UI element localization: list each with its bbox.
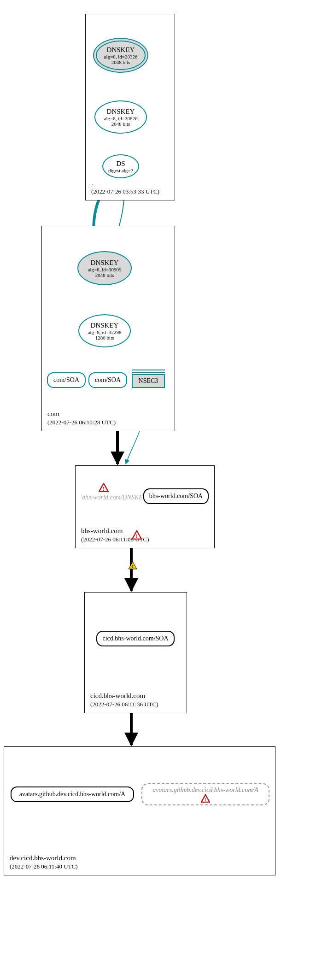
svg-text:!: !	[132, 563, 134, 569]
node-nsec3: NSEC3	[132, 374, 165, 388]
zone-timestamp: (2022-07-26 06:10:28 UTC)	[47, 419, 116, 426]
zone-com-label: com (2022-07-26 06:10:28 UTC)	[47, 410, 116, 426]
node-dnskey-root-ksk: DNSKEY alg=8, id=20326 2048 bits	[93, 38, 148, 73]
svg-text:!: !	[205, 797, 206, 802]
node-rrset-dev-a: avatars.github.dev.cicd.bhs-world.com/A	[11, 786, 134, 802]
zone-name: .	[91, 179, 159, 187]
zone-name: com	[47, 410, 116, 418]
node-dnskey-bhs-missing: bhs-world.com/DNSKEY	[82, 494, 146, 501]
zone-name: dev.cicd.bhs-world.com	[10, 854, 78, 862]
zone-root-label: . (2022-07-26 03:53:33 UTC)	[91, 179, 159, 195]
node-rrset-com-soa-2: com/SOA	[88, 372, 127, 388]
node-dnskey-com-zsk: DNSKEY alg=8, id=32298 1280 bits	[78, 314, 131, 347]
alert-error-icon: !	[99, 483, 109, 492]
zone-timestamp: (2022-07-26 03:53:33 UTC)	[91, 188, 159, 195]
node-rrset-dev-a-missing: avatars.github.dev.cicd.bhs-world.com/A …	[141, 783, 269, 805]
alert-error-icon: !	[132, 530, 142, 540]
zone-timestamp: (2022-07-26 06:11:40 UTC)	[10, 863, 78, 870]
node-ds-root: DS digest alg=2	[102, 154, 139, 178]
alert-error-icon: !	[201, 794, 210, 803]
zone-cicd: cicd.bhs-world.com (2022-07-26 06:11:36 …	[84, 592, 187, 713]
svg-text:!: !	[136, 533, 138, 540]
svg-text:!: !	[103, 485, 105, 492]
zone-dev-label: dev.cicd.bhs-world.com (2022-07-26 06:11…	[10, 854, 78, 870]
zone-dev: dev.cicd.bhs-world.com (2022-07-26 06:11…	[4, 746, 275, 875]
zone-timestamp: (2022-07-26 06:11:36 UTC)	[90, 701, 158, 708]
node-dnskey-root-zsk: DNSKEY alg=8, id=20826 2048 bits	[94, 100, 147, 134]
node-rrset-bhs-soa: bhs-world.com/SOA	[143, 488, 209, 504]
zone-name: cicd.bhs-world.com	[90, 692, 158, 700]
node-dnskey-com-ksk: DNSKEY alg=8, id=30909 2048 bits	[77, 251, 132, 285]
zone-cicd-label: cicd.bhs-world.com (2022-07-26 06:11:36 …	[90, 692, 158, 708]
node-rrset-cicd-soa: cicd.bhs-world.com/SOA	[96, 631, 175, 646]
alert-warning-icon: !	[128, 561, 137, 569]
node-rrset-com-soa-1: com/SOA	[47, 372, 86, 388]
zone-bhs-world: bhs-world.com (2022-07-26 06:11:08 UTC)	[75, 465, 215, 548]
